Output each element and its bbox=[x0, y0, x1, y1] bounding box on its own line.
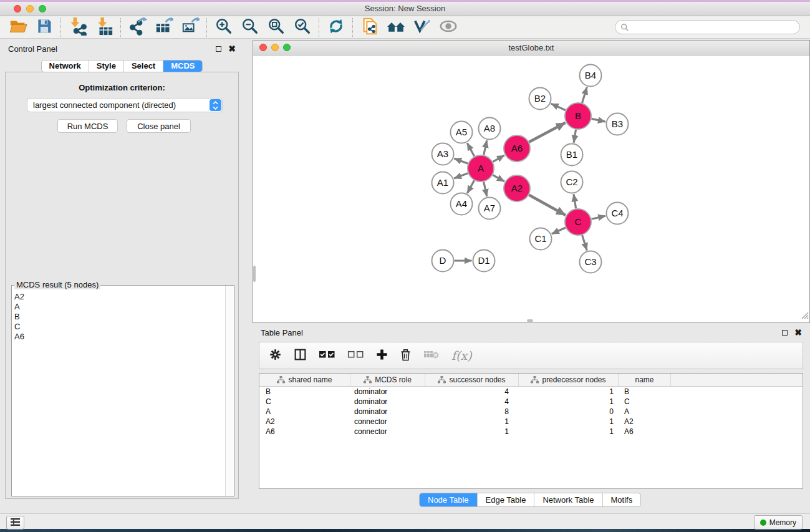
export-network-button[interactable] bbox=[125, 17, 151, 37]
table-cell[interactable]: 4 bbox=[425, 387, 519, 397]
graph-edge-A6-B[interactable] bbox=[529, 123, 565, 142]
graph-node-C2[interactable]: C2 bbox=[561, 172, 583, 193]
graph-node-A3[interactable]: A3 bbox=[432, 143, 454, 165]
close-network-button[interactable] bbox=[259, 44, 267, 51]
table-cell[interactable]: A6 bbox=[619, 427, 671, 437]
table-row[interactable]: Bdominator41B bbox=[259, 387, 803, 397]
graph-edge-B-B1[interactable] bbox=[574, 130, 576, 143]
save-session-button[interactable] bbox=[31, 17, 57, 37]
graph-edge-C-C4[interactable] bbox=[592, 216, 606, 219]
zoom-selected-button[interactable] bbox=[289, 17, 316, 37]
control-tab-network[interactable]: Network bbox=[42, 60, 89, 72]
graph-node-C4[interactable]: C4 bbox=[607, 203, 629, 225]
table-row[interactable]: Cdominator41C bbox=[259, 397, 803, 407]
graph-node-D1[interactable]: D1 bbox=[473, 250, 495, 272]
graph-edge-B-B3[interactable] bbox=[592, 118, 605, 122]
column-header-successor-nodes[interactable]: successor nodes bbox=[425, 374, 519, 386]
table-cell[interactable]: A bbox=[619, 407, 671, 417]
table-cell[interactable]: A6 bbox=[259, 427, 350, 437]
table-cell[interactable]: C bbox=[619, 397, 671, 407]
graph-edge-C-C2[interactable] bbox=[574, 194, 576, 208]
table-cell[interactable]: 1 bbox=[425, 427, 519, 437]
table-row[interactable]: Adominator80A bbox=[259, 407, 803, 417]
refresh-button[interactable] bbox=[323, 17, 349, 37]
graph-edge-A-A3[interactable] bbox=[454, 158, 468, 163]
graph-node-B[interactable]: B bbox=[565, 103, 591, 129]
graph-edge-A-A8[interactable] bbox=[484, 140, 487, 155]
graph-node-B1[interactable]: B1 bbox=[561, 144, 583, 166]
import-table-button[interactable] bbox=[91, 17, 117, 37]
task-history-button[interactable] bbox=[6, 516, 24, 530]
graph-node-A1[interactable]: A1 bbox=[432, 172, 454, 194]
table-tab-edge-table[interactable]: Edge Table bbox=[478, 493, 535, 506]
graph-edge-A-A7[interactable] bbox=[484, 182, 487, 197]
column-visibility-button[interactable] bbox=[294, 348, 307, 364]
result-scrollbar[interactable] bbox=[225, 286, 234, 496]
apply-function-button[interactable]: f(x) bbox=[451, 349, 472, 362]
export-image-button[interactable] bbox=[177, 17, 203, 37]
memory-button[interactable]: Memory bbox=[754, 515, 803, 530]
graph-edge-A-A2[interactable] bbox=[493, 175, 504, 181]
table-settings-button[interactable] bbox=[269, 348, 282, 364]
horizontal-scroll-indicator[interactable] bbox=[527, 319, 533, 322]
column-header-predecessor-nodes[interactable]: predecessor nodes bbox=[519, 374, 619, 386]
table-row[interactable]: A2connector11A2 bbox=[259, 417, 803, 427]
column-header-MCDS-role[interactable]: MCDS role bbox=[350, 374, 425, 386]
graph-node-A4[interactable]: A4 bbox=[451, 193, 473, 215]
table-cell[interactable]: 4 bbox=[425, 397, 519, 407]
graph-node-B4[interactable]: B4 bbox=[580, 65, 602, 87]
table-cell[interactable]: dominator bbox=[350, 397, 425, 407]
close-table-panel-icon[interactable]: ✖ bbox=[794, 329, 802, 336]
float-table-panel-icon[interactable] bbox=[782, 330, 788, 336]
graph-node-B2[interactable]: B2 bbox=[529, 88, 551, 110]
minimize-window-button[interactable] bbox=[26, 5, 34, 12]
close-panel-button[interactable]: Close panel bbox=[127, 119, 191, 133]
table-cell[interactable]: 0 bbox=[519, 407, 619, 417]
table-cell[interactable]: dominator bbox=[350, 407, 425, 417]
welcome-screen-button[interactable] bbox=[383, 17, 409, 37]
graph-node-C3[interactable]: C3 bbox=[580, 251, 602, 273]
table-cell[interactable]: 8 bbox=[425, 407, 519, 417]
show-graphics-details-button[interactable] bbox=[435, 17, 461, 37]
add-column-button[interactable] bbox=[376, 349, 388, 363]
hide-graphics-details-button[interactable] bbox=[409, 17, 435, 37]
run-mcds-button[interactable]: Run MCDS bbox=[57, 119, 118, 133]
delete-table-button[interactable] bbox=[423, 349, 440, 362]
graph-node-A5[interactable]: A5 bbox=[451, 122, 473, 143]
column-header-shared-name[interactable]: shared name bbox=[259, 374, 350, 386]
control-tab-mcds[interactable]: MCDS bbox=[163, 60, 202, 72]
table-cell[interactable]: A2 bbox=[259, 417, 350, 427]
export-table-button[interactable] bbox=[151, 17, 177, 37]
zoom-window-button[interactable] bbox=[39, 5, 46, 12]
open-session-button[interactable] bbox=[5, 17, 31, 37]
table-cell[interactable]: 1 bbox=[519, 387, 619, 397]
graph-edge-A-A5[interactable] bbox=[467, 143, 474, 156]
mcds-result-list[interactable]: A2ABCA6 bbox=[14, 292, 224, 494]
graph-node-C[interactable]: C bbox=[565, 209, 591, 235]
table-cell[interactable]: connector bbox=[350, 417, 425, 427]
table-tab-motifs[interactable]: Motifs bbox=[603, 493, 641, 506]
table-cell[interactable]: 1 bbox=[519, 417, 619, 427]
network-graph[interactable]: B4B2BB3A8A5A6A3B1AC2A1A2A4A7C4CC1DD1C3 bbox=[253, 56, 809, 323]
close-window-button[interactable] bbox=[14, 5, 21, 12]
zoom-out-button[interactable] bbox=[237, 17, 263, 37]
deselect-all-rows-button[interactable] bbox=[347, 349, 364, 362]
column-header-name[interactable]: name bbox=[619, 374, 671, 386]
control-tab-style[interactable]: Style bbox=[89, 60, 124, 72]
table-cell[interactable]: C bbox=[259, 397, 350, 407]
graph-node-A7[interactable]: A7 bbox=[479, 198, 501, 220]
network-canvas[interactable]: B4B2BB3A8A5A6A3B1AC2A1A2A4A7C4CC1DD1C3 bbox=[253, 56, 809, 322]
search-input[interactable] bbox=[632, 22, 794, 32]
table-cell[interactable]: 1 bbox=[519, 427, 619, 437]
control-tab-select[interactable]: Select bbox=[124, 60, 163, 72]
graph-node-A8[interactable]: A8 bbox=[479, 118, 501, 140]
graph-node-A6[interactable]: A6 bbox=[504, 135, 530, 162]
table-tab-node-table[interactable]: Node Table bbox=[420, 493, 478, 506]
table-cell[interactable]: dominator bbox=[350, 387, 425, 397]
table-cell[interactable]: 1 bbox=[519, 397, 619, 407]
graph-node-A[interactable]: A bbox=[468, 155, 494, 181]
float-panel-icon[interactable] bbox=[216, 46, 221, 52]
select-all-rows-button[interactable] bbox=[319, 349, 335, 362]
table-row[interactable]: A6connector11A6 bbox=[259, 427, 803, 437]
zoom-in-button[interactable] bbox=[211, 17, 237, 37]
